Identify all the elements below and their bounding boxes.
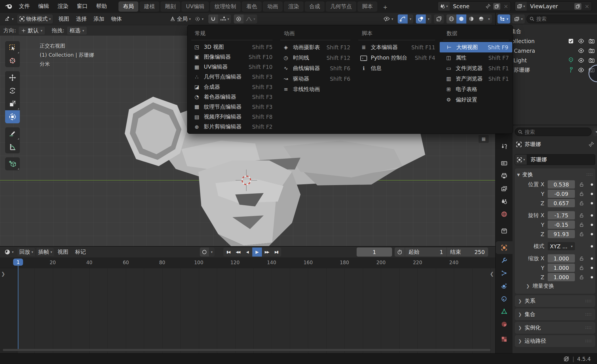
tab-world[interactable] [496,208,513,221]
animate-dot[interactable] [591,276,593,278]
object-name-field[interactable]: 苏珊娜 [527,155,595,165]
hide-eye-icon[interactable] [578,58,585,63]
timeline-marker-menu[interactable]: 标记 [72,248,89,256]
lock-icon[interactable] [576,213,587,218]
tab-physics[interactable] [496,280,513,292]
scene-pin-icon[interactable] [484,2,492,11]
workspace-tab-geonodes[interactable]: 几何节点 [326,1,356,12]
disable-render-camera-icon[interactable] [588,48,595,53]
shading-rendered-button[interactable] [476,14,486,24]
workspace-tab-compositing[interactable]: 合成 [305,1,325,12]
collections-panel[interactable]: ❯集合∷∷ [515,308,595,320]
animate-dot[interactable] [591,267,593,269]
scene-browse-button[interactable]: ▾ [438,2,450,11]
viewlayer-browse-button[interactable]: ▾ [515,2,527,11]
lock-icon[interactable] [576,232,587,237]
properties-options-button[interactable]: ▾ [593,128,597,136]
overlays-settings-button[interactable]: ▾ [426,14,431,24]
disable-render-camera-icon[interactable] [588,58,595,63]
menu-item-compositor[interactable]: ◪合成器Shift F3 [187,82,276,92]
viewlayer-name[interactable]: ViewLayer [527,3,561,9]
animate-dot[interactable] [591,193,593,195]
drag-handle[interactable]: ∷∷ [585,312,592,317]
menu-item-file-browser[interactable]: ▭文件浏览器Shift F1 [439,63,513,73]
editor-type-button[interactable]: ▾ [2,14,16,24]
tab-tool[interactable] [496,140,513,153]
mesh-data-icon[interactable] [569,67,574,73]
animate-dot[interactable] [591,183,593,186]
tool-add-cube[interactable] [5,157,20,170]
animate-dot[interactable] [591,245,593,247]
tool-scale[interactable] [5,97,20,110]
timeline-editor-type-button[interactable]: ▾ [2,248,16,256]
use-preview-range-button[interactable] [395,247,405,257]
tool-rotate[interactable] [5,84,20,97]
tab-render[interactable] [496,157,513,170]
menu-item-movie-clip-editor[interactable]: ⊕影片剪辑编辑器Shift F2 [187,122,276,132]
menu-item-asset-browser[interactable]: ▥资产浏览器Shift F1 [439,73,513,84]
menu-edit[interactable]: 编辑 [34,1,53,11]
menu-view[interactable]: 视图 [55,15,73,23]
exclude-checkbox[interactable] [568,38,574,44]
playhead[interactable] [18,265,18,350]
workspace-tab-animation[interactable]: 动画 [263,1,283,12]
proportional-falloff-button[interactable]: ▾ [244,14,257,24]
menu-add[interactable]: 添加 [90,15,108,23]
location-y-field[interactable]: -0.09 [548,190,575,198]
scale-z-field[interactable]: 1.000 [548,273,575,281]
menu-item-dope-sheet[interactable]: ◈动画摄影表Shift F12 [276,42,354,52]
snap-toggle-button[interactable] [208,14,218,24]
menu-item-3d-viewport[interactable]: ◳3D 视图Shift F5 [187,42,276,52]
hide-eye-icon[interactable] [578,39,585,44]
jump-to-start-button[interactable]: ▮◀ [223,247,233,257]
menu-item-outliner[interactable]: ⊢大纲视图Shift F9 [440,42,512,52]
scale-y-field[interactable]: 1.000 [548,264,575,272]
menu-item-geometry-nodes[interactable]: ∴几何节点编辑器Shift F3 [187,72,276,82]
properties-search-input[interactable] [525,129,588,135]
tab-view-layer[interactable] [496,182,513,195]
lock-icon[interactable] [576,265,587,270]
show-overlays-toggle[interactable] [416,14,426,24]
collapse-icon[interactable]: ▼ [517,173,520,177]
blender-logo-icon[interactable] [5,3,13,10]
menu-item-drivers[interactable]: ↝驱动器Shift F6 [276,73,354,84]
hide-eye-icon[interactable] [578,48,585,53]
lock-icon[interactable] [576,222,587,227]
timeline-track-area[interactable] [0,268,495,353]
workspace-tab-shading[interactable]: 着色 [242,1,262,12]
location-x-field[interactable]: 0.538 [548,180,575,189]
pivot-point-selector[interactable]: ▾ [193,14,206,24]
hide-eye-icon[interactable] [578,67,585,73]
scene-name[interactable]: Scene [450,3,473,9]
rotation-z-field[interactable]: 91.93 [548,230,575,238]
menu-help[interactable]: 帮助 [92,1,111,11]
pin-icon[interactable] [588,141,594,147]
relations-panel[interactable]: ❯关系∷∷ [515,295,595,307]
menu-item-nla-editor[interactable]: ≡非线性动画 [276,84,354,94]
tab-object-data[interactable] [496,305,513,318]
tool-cursor[interactable] [5,54,20,67]
outliner-search[interactable] [526,15,597,23]
menu-item-image-editor[interactable]: ▣图像编辑器Shift F10 [187,52,276,62]
animate-dot[interactable] [591,214,593,217]
menu-item-info[interactable]: ℹ信息 [354,63,439,73]
workspace-tab-layout[interactable]: 布局 [118,1,138,12]
show-gizmo-toggle[interactable] [398,14,408,24]
shading-material-button[interactable] [466,14,476,24]
tab-object[interactable] [496,241,513,254]
gizmo-settings-button[interactable]: ▾ [408,14,413,24]
timeline-expand-left[interactable]: ❯ [1,271,5,277]
rotation-x-field[interactable]: -1.75 [548,211,575,219]
animate-dot[interactable] [591,233,593,235]
workspace-tab-rendering[interactable]: 渲染 [284,1,304,12]
keying-set-button[interactable]: ▾ [209,247,215,257]
properties-search[interactable] [515,128,592,136]
menu-object[interactable]: 物体 [108,15,125,23]
workspace-tab-texpaint[interactable]: 纹理绘制 [210,1,241,12]
tool-annotate[interactable] [5,127,20,140]
timeline-view-menu[interactable]: 视图 [54,248,72,256]
animate-dot[interactable] [591,202,593,204]
rotation-mode-dropdown[interactable]: XYZ ...▾ [548,242,575,250]
menu-window[interactable]: 窗口 [73,1,92,11]
menu-render[interactable]: 渲染 [53,1,73,11]
